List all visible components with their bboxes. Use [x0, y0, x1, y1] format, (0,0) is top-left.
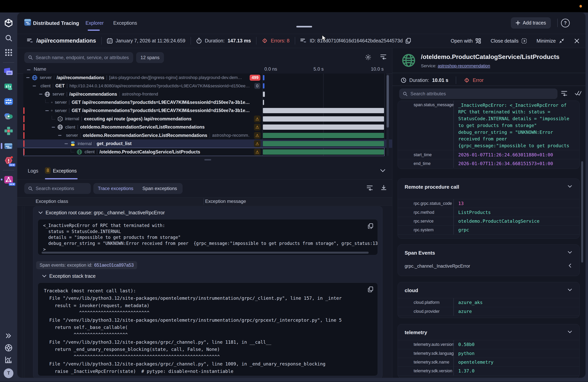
span-row-2[interactable]: client GET http://10.244.0.14:8080/api/r… [17, 82, 392, 90]
avatar[interactable]: T [3, 368, 14, 379]
span-row-7[interactable]: client oteldemo.RecommendationService/Li… [17, 123, 392, 131]
usage-chart-icon[interactable] [3, 355, 14, 365]
dashboards-icon[interactable] [3, 82, 14, 92]
span-row-4[interactable]: JS server GET /api/recommendations?produ… [17, 98, 392, 106]
tab-explorer[interactable]: Explorer [85, 20, 104, 26]
timeline-cell[interactable] [262, 90, 384, 98]
collapse-toggle[interactable] [58, 135, 62, 136]
chevron-down-icon[interactable] [568, 289, 572, 291]
apps-grid-icon[interactable] [3, 47, 14, 58]
details-scrollbar[interactable] [581, 161, 583, 263]
span-event-item[interactable]: grpc._channel._InactiveRpcError [405, 264, 470, 269]
timeline-cell[interactable] [262, 148, 384, 156]
horizontal-scrollbar[interactable] [42, 252, 369, 254]
collapse-toggle[interactable] [26, 77, 30, 78]
chevron-down-icon[interactable] [39, 212, 42, 214]
collapse-toggle[interactable] [45, 110, 49, 111]
columns-filter-icon[interactable] [380, 54, 386, 60]
service-link[interactable]: astroshop-recommendation [438, 64, 490, 68]
table-resize-handle[interactable] [204, 159, 211, 161]
attributes-search-input[interactable]: Search attributes [399, 88, 557, 99]
minimize-button[interactable]: Minimize [536, 38, 564, 44]
chevron-down-icon[interactable] [568, 185, 572, 188]
exception-class-header[interactable]: Exception class [36, 199, 68, 204]
infrastructure-icon[interactable] [3, 126, 14, 136]
timeline-scrollbar[interactable] [387, 75, 389, 127]
attr-row[interactable]: rpc.system grpc [398, 225, 579, 234]
attr-row[interactable]: cloud.platform azure_aks [398, 298, 579, 307]
attr-row[interactable]: start_time 2026-01-07T11:26:24.663011880… [398, 150, 579, 159]
collapse-all-icon[interactable] [27, 69, 30, 70]
attr-row[interactable]: rpc.service oteldemo.ProductCatalogServi… [398, 217, 579, 225]
span-search-input[interactable]: Search name, endpoint, service, or attri… [24, 52, 133, 63]
logo-cube-icon[interactable] [3, 18, 14, 28]
span-row-9[interactable]: internal get_product_list ⚠ [17, 139, 392, 148]
timeline-cell[interactable] [262, 82, 384, 90]
attr-row[interactable]: telemetry.sdk.language python [398, 349, 579, 358]
collapse-toggle[interactable] [52, 127, 55, 127]
span-row-10-selected[interactable]: client /oteldemo.ProductCatalogService/L… [17, 148, 392, 156]
open-with-button[interactable]: Open with [451, 38, 481, 44]
tab-logs[interactable]: Logs [28, 168, 38, 174]
span-exceptions-button[interactable]: Span exceptions [138, 186, 181, 191]
frames-icon[interactable] [3, 66, 14, 77]
support-icon[interactable] [3, 342, 14, 353]
copy-icon[interactable] [406, 38, 411, 43]
copy-icon[interactable] [368, 223, 373, 229]
timeline-cell[interactable] [262, 74, 384, 82]
download-icon[interactable] [381, 185, 387, 191]
network-map-icon[interactable]: NEW [3, 174, 14, 185]
tracing-icon[interactable] [3, 96, 14, 107]
name-column-header[interactable]: Name [34, 66, 46, 72]
collapse-toggle[interactable] [64, 143, 68, 144]
attr-row[interactable]: rpc.grpc.status_code 13 [398, 199, 579, 208]
chevron-down-icon[interactable] [568, 251, 572, 254]
trace-exceptions-button[interactable]: Trace exceptions [93, 186, 138, 191]
span-row-8[interactable]: server oteldemo.RecommendationService.Li… [17, 131, 392, 139]
copy-icon[interactable] [368, 287, 373, 292]
close-icon[interactable] [574, 38, 579, 43]
chevron-down-icon[interactable] [42, 275, 46, 277]
exceptions-search-input[interactable]: Search exceptions [24, 183, 91, 194]
attr-row[interactable]: rpc.method ListProducts [398, 208, 579, 216]
collapse-toggle[interactable] [33, 85, 36, 86]
add-traces-button[interactable]: Add traces [511, 17, 551, 29]
collapse-section-icon[interactable] [380, 169, 385, 172]
chevron-left-icon[interactable] [568, 264, 571, 268]
service-map-icon[interactable] [3, 111, 14, 122]
timeline-cell[interactable] [262, 131, 384, 139]
timeline-cell[interactable] [262, 123, 384, 131]
timeline-cell[interactable] [262, 98, 384, 106]
exceptions-filter-icon[interactable] [367, 185, 373, 191]
attr-row[interactable]: telemetry.sdk.name opentelemetry [398, 358, 579, 366]
globe-icon [57, 124, 63, 130]
alerts-icon[interactable]: NEW [3, 155, 14, 166]
timeline-cell[interactable] [262, 106, 384, 115]
expand-sidebar-icon[interactable] [3, 330, 14, 341]
collapse-toggle[interactable] [39, 94, 42, 95]
attr-row[interactable]: end_time 2026-01-07T11:26:34.668151573+0… [398, 159, 579, 168]
logs-container-icon[interactable] [3, 141, 14, 151]
settings-gear-icon[interactable] [365, 54, 371, 61]
attr-row[interactable]: span.status_message _InactiveRpcError: <… [398, 101, 579, 150]
tab-exceptions[interactable]: Exceptions [113, 20, 137, 26]
panel-drag-handle[interactable] [296, 26, 312, 27]
tab-exceptions-bottom[interactable]: Exceptions [53, 168, 77, 174]
timeline-cell[interactable] [262, 139, 384, 148]
span-row-5[interactable]: JS server GET /api/recommendations?produ… [17, 106, 392, 115]
help-button[interactable]: ? [561, 19, 570, 27]
exception-message-header[interactable]: Exception message [205, 199, 246, 204]
timeline-cell[interactable] [262, 115, 384, 123]
double-check-icon[interactable] [575, 91, 582, 96]
attributes-filter-icon[interactable] [561, 91, 567, 96]
span-events-chip[interactable]: Span events: exception id: 651aec01ca897… [36, 261, 137, 269]
span-row-3[interactable]: server /api/recommendations astroshop-fr… [17, 90, 392, 98]
close-details-button[interactable]: Close details [491, 38, 527, 44]
attr-row[interactable]: telemetry.sdk.version 1.37.0 [398, 366, 579, 375]
span-row-1[interactable]: server /api/recommendations [aks-playgro… [17, 74, 392, 82]
attr-row[interactable]: telemetry.auto.version 0.58b0 [398, 340, 579, 349]
attr-row[interactable]: cloud.provider azure [398, 307, 579, 316]
chevron-down-icon[interactable] [568, 331, 572, 333]
search-icon[interactable] [3, 33, 14, 43]
span-row-6[interactable]: JS internal executing api route (pages) … [17, 115, 392, 123]
